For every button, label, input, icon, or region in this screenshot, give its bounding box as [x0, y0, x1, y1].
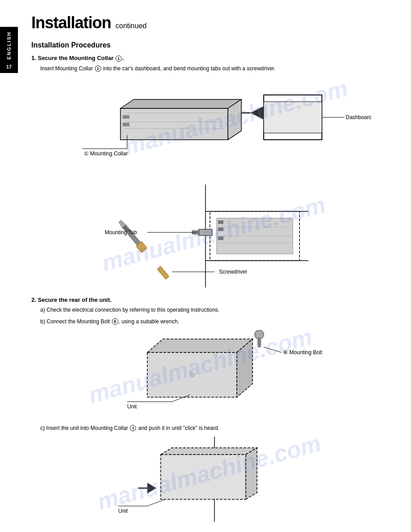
diagram3-container: manualmachine.com: [31, 330, 398, 415]
main-content: Installation continued Installation Proc…: [22, 0, 411, 532]
diagram4-svg: Unit: [58, 437, 371, 522]
svg-marker-2: [250, 106, 264, 120]
svg-marker-41: [147, 339, 253, 352]
svg-rect-55: [161, 455, 246, 499]
svg-rect-26: [218, 227, 223, 231]
svg-text:Mounting Tab: Mounting Tab: [105, 229, 137, 236]
svg-rect-4: [120, 108, 228, 140]
svg-marker-58: [147, 483, 156, 493]
step2-heading: 2. Secure the rear of the unit.: [31, 296, 398, 303]
step2-sub-a: a) Check the electrical connection by re…: [40, 306, 398, 314]
svg-text:Dashboard: Dashboard: [346, 114, 371, 120]
step2-sub-c: c) Insert the unit into Mounting Collar …: [40, 424, 398, 432]
svg-marker-57: [246, 448, 257, 499]
svg-text:Unit: Unit: [127, 403, 137, 410]
svg-rect-40: [147, 352, 237, 397]
svg-point-44: [255, 330, 264, 339]
step1-container: 1. Secure the Mounting Collar 1. Insert …: [31, 55, 398, 287]
page-subtitle: continued: [116, 22, 146, 30]
svg-text:Screwdriver: Screwdriver: [219, 269, 247, 275]
step2-sub-d: d) Secure the rear of the unit to the ca…: [40, 531, 398, 532]
step2-container: 2. Secure the rear of the unit. a) Check…: [31, 296, 398, 532]
sidebar: ENGLISH 17: [0, 27, 18, 73]
diagram3-svg: ⑧ Mounting Bolt Unit: [58, 330, 371, 415]
svg-rect-32: [157, 266, 169, 279]
svg-text:Unit: Unit: [118, 508, 128, 514]
diagram1-container: manualmachine.com: [31, 77, 398, 176]
sidebar-language: ENGLISH: [6, 29, 12, 62]
diagram2-container: manualmachine.com: [31, 184, 398, 287]
page-header: Installation continued: [31, 13, 398, 32]
svg-text:① Mounting Collar: ① Mounting Collar: [84, 150, 128, 157]
sidebar-number: 17: [6, 62, 12, 71]
svg-marker-56: [161, 448, 257, 455]
svg-rect-28: [199, 229, 212, 236]
svg-rect-1: [264, 102, 322, 133]
step2-sub-b: b) Connect the Mounting Bolt 8, using a …: [40, 317, 398, 326]
svg-text:⑧  Mounting Bolt: ⑧ Mounting Bolt: [283, 349, 322, 356]
step1-heading: 1. Secure the Mounting Collar 1.: [31, 55, 398, 62]
svg-rect-10: [123, 115, 129, 119]
svg-rect-27: [218, 236, 223, 240]
section-heading: Installation Procedures: [31, 41, 398, 49]
svg-line-60: [147, 499, 165, 506]
svg-rect-25: [218, 220, 223, 224]
svg-line-49: [264, 347, 282, 352]
step1-description: Insert Mounting Collar 1 into the car's …: [40, 64, 398, 73]
page-container: ENGLISH 17 Installation continued Instal…: [0, 0, 411, 532]
svg-rect-11: [123, 123, 129, 126]
diagram2-svg: Mounting Tab Screwdriver: [58, 184, 371, 287]
diagram4-container: manualmachine.com: [31, 437, 398, 522]
diagram1-svg: ① Mounting Collar Dashboard: [58, 77, 371, 176]
page-title: Installation: [31, 13, 111, 32]
svg-marker-5: [120, 99, 241, 108]
